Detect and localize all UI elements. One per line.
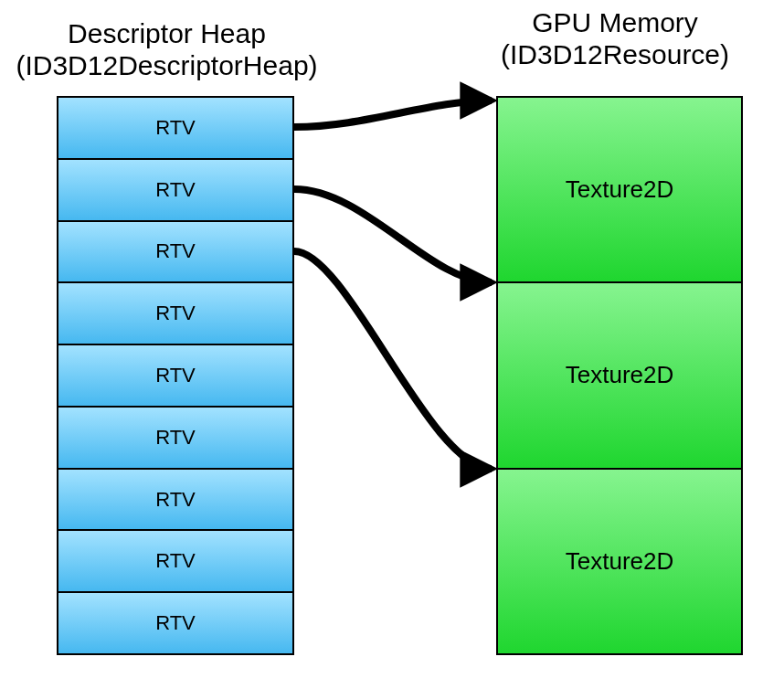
heap-cell: RTV	[58, 470, 292, 532]
gpu-cell-label: Texture2D	[566, 175, 674, 204]
heap-cell: RTV	[58, 160, 292, 222]
arrow-icon	[294, 251, 492, 469]
gpu-cell-label: Texture2D	[566, 547, 674, 576]
heap-cell-label: RTV	[155, 178, 196, 202]
heap-cell: RTV	[58, 283, 292, 345]
descriptor-heap-title-line1: Descriptor Heap	[68, 18, 266, 48]
gpu-cell: Texture2D	[498, 470, 741, 653]
descriptor-heap: RTV RTV RTV RTV RTV RTV RTV RTV RTV	[57, 96, 294, 655]
heap-cell: RTV	[58, 593, 292, 653]
heap-cell-label: RTV	[155, 488, 196, 512]
heap-cell: RTV	[58, 345, 292, 408]
heap-cell: RTV	[58, 531, 292, 593]
descriptor-heap-title: Descriptor Heap (ID3D12DescriptorHeap)	[9, 18, 324, 81]
gpu-memory-title-line1: GPU Memory	[532, 7, 698, 37]
arrow-icon	[294, 101, 492, 127]
heap-cell: RTV	[58, 98, 292, 160]
heap-cell-label: RTV	[155, 116, 196, 140]
arrow-icon	[294, 189, 492, 282]
heap-cell-label: RTV	[155, 302, 196, 325]
gpu-memory-title-line2: (ID3D12Resource)	[501, 39, 729, 69]
heap-cell: RTV	[58, 222, 292, 284]
heap-cell-label: RTV	[155, 426, 196, 450]
gpu-cell-label: Texture2D	[566, 361, 674, 389]
heap-cell-label: RTV	[155, 364, 196, 387]
heap-cell-label: RTV	[155, 549, 196, 573]
heap-cell: RTV	[58, 408, 292, 470]
gpu-memory-title: GPU Memory (ID3D12Resource)	[473, 7, 757, 70]
gpu-cell: Texture2D	[498, 98, 741, 283]
gpu-cell: Texture2D	[498, 283, 741, 469]
heap-cell-label: RTV	[155, 239, 196, 263]
heap-cell-label: RTV	[155, 611, 196, 635]
gpu-memory: Texture2D Texture2D Texture2D	[496, 96, 743, 655]
descriptor-heap-title-line2: (ID3D12DescriptorHeap)	[16, 50, 317, 80]
